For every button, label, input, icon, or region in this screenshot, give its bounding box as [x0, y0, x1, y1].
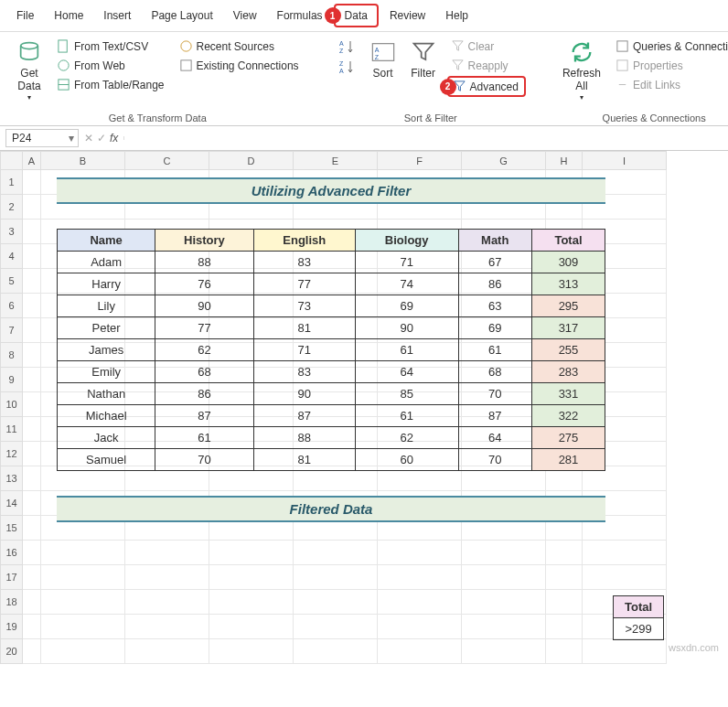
cell[interactable] [294, 615, 378, 639]
cell[interactable] [41, 565, 125, 590]
get-data-button[interactable]: Get Data ▾ [13, 37, 46, 103]
cell[interactable] [125, 541, 209, 565]
cell[interactable] [23, 294, 41, 318]
cell[interactable] [23, 590, 41, 615]
row-header[interactable]: 10 [1, 392, 23, 417]
cell[interactable] [23, 195, 41, 220]
cell[interactable] [23, 392, 41, 417]
menu-insert[interactable]: Insert [94, 5, 140, 26]
reapply-button[interactable]: Reapply [447, 57, 526, 74]
col-header[interactable]: G [462, 152, 546, 170]
cell[interactable] [209, 639, 294, 664]
fx-icon[interactable]: fx [110, 132, 118, 145]
row-header[interactable]: 14 [1, 491, 23, 516]
filter-button[interactable]: Filter [407, 37, 440, 81]
cell[interactable] [378, 565, 462, 590]
sort-asc-button[interactable]: AZ [336, 37, 359, 56]
cell[interactable] [462, 541, 546, 565]
edit-links-button[interactable]: Edit Links [612, 76, 728, 93]
cell[interactable] [378, 615, 462, 639]
row-header[interactable]: 7 [1, 318, 23, 343]
cell[interactable] [23, 541, 41, 565]
cell[interactable] [583, 639, 667, 664]
menu-data[interactable]: Data1 [334, 4, 379, 27]
row-header[interactable]: 5 [1, 269, 23, 294]
cell[interactable] [294, 639, 378, 664]
menu-home[interactable]: Home [45, 5, 92, 26]
row-header[interactable]: 13 [1, 466, 23, 491]
queries-connections-button[interactable]: Queries & Connections [612, 37, 728, 55]
cell[interactable] [41, 615, 125, 639]
from-table-range-button[interactable]: From Table/Range [53, 76, 168, 93]
cell[interactable] [546, 565, 583, 590]
cell[interactable] [294, 565, 378, 590]
cell[interactable] [546, 639, 583, 664]
row-header[interactable]: 8 [1, 343, 23, 368]
cell[interactable] [23, 565, 41, 590]
col-header[interactable]: B [41, 152, 125, 170]
cell[interactable] [23, 615, 41, 639]
cell[interactable] [23, 466, 41, 491]
cell[interactable] [546, 590, 583, 615]
col-header[interactable]: C [125, 152, 209, 170]
cell[interactable] [23, 269, 41, 294]
cell[interactable] [462, 639, 546, 664]
cell[interactable] [378, 541, 462, 565]
row-header[interactable]: 15 [1, 516, 23, 541]
col-header[interactable]: H [546, 152, 583, 170]
sort-button[interactable]: AZ Sort [367, 37, 400, 81]
cell[interactable] [209, 565, 294, 590]
cell[interactable] [462, 590, 546, 615]
cell[interactable] [378, 590, 462, 615]
cell[interactable] [41, 590, 125, 615]
cell[interactable] [125, 639, 209, 664]
cell[interactable] [23, 220, 41, 244]
enter-icon[interactable]: ✓ [97, 132, 106, 145]
cell[interactable] [23, 639, 41, 664]
cell[interactable] [125, 590, 209, 615]
cell[interactable] [23, 170, 41, 195]
cell[interactable] [546, 615, 583, 639]
cell[interactable] [23, 318, 41, 343]
properties-button[interactable]: Properties [612, 57, 728, 74]
row-header[interactable]: 17 [1, 565, 23, 590]
menu-formulas[interactable]: Formulas [268, 5, 332, 26]
cell[interactable] [23, 491, 41, 516]
cell[interactable] [23, 516, 41, 541]
row-header[interactable]: 9 [1, 368, 23, 392]
refresh-all-button[interactable]: Refresh All ▾ [559, 37, 605, 103]
cell[interactable] [583, 541, 667, 565]
formula-input[interactable] [123, 136, 723, 140]
name-box[interactable]: P24 [5, 129, 79, 147]
cell[interactable] [209, 615, 294, 639]
cell[interactable] [209, 541, 294, 565]
cell[interactable] [23, 442, 41, 466]
cell[interactable] [23, 244, 41, 269]
row-header[interactable]: 12 [1, 442, 23, 466]
row-header[interactable]: 16 [1, 541, 23, 565]
row-header[interactable]: 11 [1, 417, 23, 442]
existing-connections-button[interactable]: Existing Connections [176, 57, 303, 74]
row-header[interactable]: 4 [1, 244, 23, 269]
cell[interactable] [23, 417, 41, 442]
cancel-icon[interactable]: ✕ [84, 132, 93, 145]
cell[interactable] [41, 639, 125, 664]
row-header[interactable]: 6 [1, 294, 23, 318]
recent-sources-button[interactable]: Recent Sources [176, 37, 303, 55]
row-header[interactable]: 3 [1, 220, 23, 244]
cell[interactable] [125, 565, 209, 590]
col-header[interactable]: F [378, 152, 462, 170]
sort-desc-button[interactable]: ZA [336, 58, 359, 76]
cell[interactable] [209, 590, 294, 615]
menu-view[interactable]: View [224, 5, 266, 26]
from-web-button[interactable]: From Web [53, 57, 168, 74]
cell[interactable] [23, 343, 41, 368]
row-header[interactable]: 19 [1, 615, 23, 639]
cell[interactable] [294, 541, 378, 565]
menu-page-layout[interactable]: Page Layout [142, 5, 221, 26]
col-header[interactable]: E [294, 152, 378, 170]
col-header[interactable]: A [23, 152, 41, 170]
cell[interactable] [23, 368, 41, 392]
cell[interactable] [294, 590, 378, 615]
col-header[interactable]: D [209, 152, 294, 170]
